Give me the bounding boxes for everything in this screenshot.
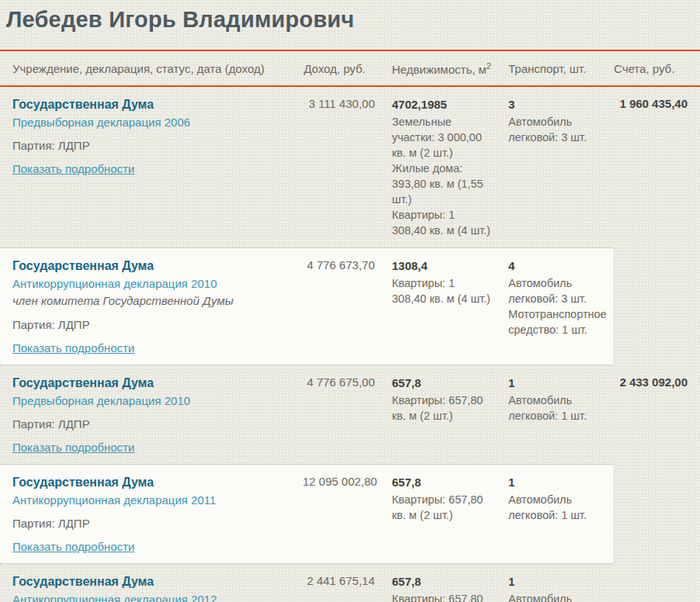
declaration-row: Государственная Дума Антикоррупционная д… [0,248,700,365]
page-title: Лебедев Игорь Владимирович [6,5,700,34]
transport-total: 1 [508,574,613,590]
realty-total: 4702,1985 [392,97,491,112]
realty-detail: Земельные участки: 3 000,00 кв. м (2 шт.… [392,114,491,161]
accounts-value [613,248,700,365]
declaration-link[interactable]: Предвыборная декларация 2006 [12,115,190,130]
transport-detail: Автомобиль легковой: 1 шт. [508,393,613,424]
income-value: 4 776 675,00 [303,375,375,455]
declaration-row: Государственная Дума Предвыборная деклар… [0,87,700,248]
declaration-link[interactable]: Антикоррупционная декларация 2012 [12,592,217,602]
realty-total: 1308,4 [392,258,491,274]
transport-total: 3 [508,97,613,112]
institution-link[interactable]: Государственная Дума [12,375,154,391]
realty-detail: Квартиры: 657,80 кв. м (2 шт.) [392,492,491,523]
accounts-value: 1 960 435,40 [613,87,700,248]
party-text: Партия: ЛДПР [12,417,303,431]
transport-total: 1 [508,375,613,391]
header-col-institution: Учреждение, декларация, статус, дата (до… [0,62,303,75]
table-header: Учреждение, декларация, статус, дата (до… [0,50,700,87]
realty-total: 657,8 [392,574,491,590]
accounts-value [613,564,700,602]
institution-link[interactable]: Государственная Дума [12,475,154,490]
declaration-link[interactable]: Антикоррупционная декларация 2011 [12,493,216,508]
realty-total: 657,8 [392,475,491,490]
accounts-value: 2 433 092,00 [613,365,700,465]
declaration-row: Государственная Дума Предвыборная деклар… [0,365,700,465]
show-details-link[interactable]: Показать подробности [12,441,134,454]
party-text: Партия: ЛДПР [12,139,303,152]
realty-total: 657,8 [392,375,491,391]
position-text: член комитета Государственной Думы [12,292,303,310]
realty-detail: Квартиры: 657,80 кв. м (2 шт.) [392,591,491,602]
institution-link[interactable]: Государственная Дума [12,97,154,112]
transport-detail: Автомобиль легковой: 1 шт. [508,591,613,602]
header-col-income: Доход, руб. [303,62,375,75]
income-value: 2 441 675,14 [303,574,375,602]
transport-detail: Автомобиль легковой: 1 шт. [508,492,613,523]
party-text: Партия: ЛДПР [12,517,303,530]
header-col-realty: Недвижимость, м2 [375,61,491,76]
transport-total: 4 [508,258,613,274]
accounts-value [613,465,700,564]
transport-detail: Автомобиль легковой: 3 шт. [508,114,613,145]
show-details-link[interactable]: Показать подробности [12,540,134,553]
show-details-link[interactable]: Показать подробности [12,162,134,175]
institution-link[interactable]: Государственная Дума [12,258,154,274]
realty-detail: Квартиры: 1 308,40 кв. м (4 шт.) [392,207,491,238]
declaration-link[interactable]: Антикоррупционная декларация 2010 [12,276,217,292]
realty-detail: Квартиры: 1 308,40 кв. м (4 шт.) [392,275,491,306]
income-value: 3 111 430,00 [303,97,375,238]
transport-detail: Автомобиль легковой: 3 шт. [508,275,613,306]
declaration-link[interactable]: Предвыборная декларация 2010 [12,393,190,409]
income-value: 12 095 002,80 [303,475,375,554]
header-col-accounts: Счета, руб. [613,62,700,75]
institution-link[interactable]: Государственная Дума [12,574,154,590]
declaration-row: Государственная Дума Антикоррупционная д… [0,465,700,564]
transport-detail: Мототранспортное средство: 1 шт. [508,306,613,337]
income-value: 4 776 673,70 [303,258,375,355]
show-details-link[interactable]: Показать подробности [12,341,134,355]
declaration-row: Государственная Дума Антикоррупционная д… [0,564,700,602]
realty-detail: Квартиры: 657,80 кв. м (2 шт.) [392,393,491,424]
transport-total: 1 [508,475,613,490]
header-col-transport: Транспорт, шт. [491,62,613,75]
party-text: Партия: ЛДПР [12,318,303,331]
realty-detail: Жилые дома: 393,80 кв. м (1,55 шт.) [392,161,491,207]
